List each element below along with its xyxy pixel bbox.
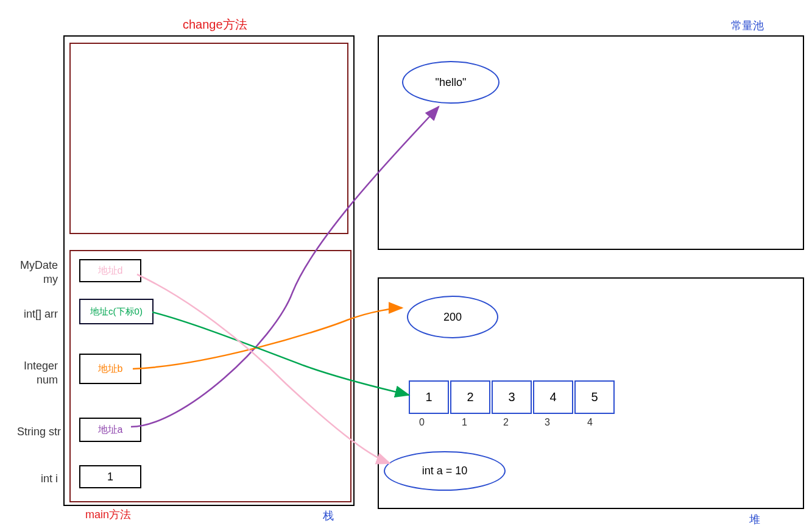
- box-val-i: 1: [79, 465, 141, 488]
- label-mydate1: MyDate: [0, 259, 58, 272]
- arr-idx-1: 1: [462, 417, 467, 428]
- arr-cell-3: 4: [533, 380, 573, 414]
- label-main-method: main方法: [85, 507, 131, 522]
- change-frame-box: [69, 43, 348, 234]
- label-stringstr: String str: [0, 426, 61, 438]
- ellipse-hello: "hello": [402, 61, 500, 104]
- ellipse-200: 200: [407, 296, 498, 338]
- box-addr-a: 地址a: [79, 418, 141, 442]
- label-inti: int i: [0, 472, 58, 485]
- array-container: 1 2 3 4 5: [409, 380, 615, 414]
- arr-idx-0: 0: [419, 417, 425, 428]
- label-integer1: Integer: [0, 360, 58, 372]
- label-constant-pool: 常量池: [731, 18, 764, 33]
- arr-idx-3: 3: [545, 417, 550, 428]
- box-addr-c: 地址c(下标0): [79, 299, 154, 324]
- box-addr-d: 地址d: [79, 259, 141, 282]
- label-change-method: change方法: [183, 16, 247, 33]
- label-heap: 堆: [749, 512, 760, 527]
- arr-cell-4: 5: [574, 380, 615, 414]
- arr-cell-0: 1: [409, 380, 449, 414]
- label-mydate2: my: [0, 273, 58, 286]
- arr-cell-1: 2: [450, 380, 490, 414]
- label-stack: 栈: [323, 508, 334, 523]
- label-integer2: num: [0, 374, 58, 387]
- arr-idx-2: 2: [503, 417, 509, 428]
- label-intarr: int[] arr: [0, 308, 58, 321]
- arr-idx-4: 4: [587, 417, 593, 428]
- ellipse-inta: int a = 10: [384, 451, 506, 491]
- box-addr-b: 地址b: [79, 354, 141, 384]
- arr-cell-2: 3: [492, 380, 532, 414]
